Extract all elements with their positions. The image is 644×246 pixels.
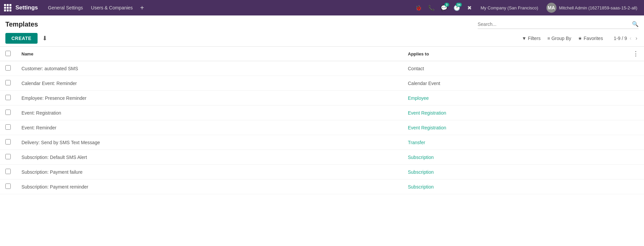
row-applies-8: Subscription [402,179,627,194]
row-menu-0 [627,61,644,76]
row-name-2: Employee: Presence Reminder [16,91,402,106]
filter-group: ▼ Filters ≡ Group By ★ Favorites [519,34,606,42]
row-menu-3 [627,106,644,120]
table-row[interactable]: Calendar Event: Reminder Calendar Event [0,76,644,91]
search-icon[interactable]: 🔍 [632,21,639,27]
table-row[interactable]: Subscription: Default SMS Alert Subscrip… [0,150,644,165]
topnav-icons: 🐞 📞 💬 3 🕐 34 ✖ [413,2,475,13]
user-name-label: Mitchell Admin (16271859-saas-15-2-all) [559,5,637,10]
chat-icon-button[interactable]: 💬 3 [438,2,450,13]
row-applies-2: Employee [402,91,627,106]
row-checkbox-3[interactable] [5,110,11,115]
pagination-prev[interactable]: ‹ [628,35,633,42]
chat-badge: 3 [444,3,449,7]
row-applies-5: Transfer [402,135,627,150]
row-checkbox-6[interactable] [5,154,11,159]
wrench-icon: ✖ [467,5,472,11]
row-checkbox-cell [0,120,16,135]
groupby-button[interactable]: ≡ Group By [545,34,574,42]
clock-icon-button[interactable]: 🕐 34 [451,2,463,13]
row-checkbox-cell [0,165,16,179]
row-applies-6: Subscription [402,150,627,165]
pagination-range: 1-9 / 9 [614,36,627,41]
table-row[interactable]: Delivery: Send by SMS Text Message Trans… [0,135,644,150]
table-row[interactable]: Event: Reminder Event Registration [0,120,644,135]
table-row[interactable]: Employee: Presence Reminder Employee [0,91,644,106]
name-header: Name [16,47,402,61]
wrench-icon-button[interactable]: ✖ [464,2,475,13]
row-checkbox-7[interactable] [5,169,11,174]
row-name-1: Calendar Event: Reminder [16,76,402,91]
row-checkbox-8[interactable] [5,183,11,189]
filter-icon: ▼ [522,36,527,41]
row-name-0: Customer: automated SMS [16,61,402,76]
topnav: Settings General Settings Users & Compan… [0,0,644,15]
row-checkbox-cell [0,61,16,76]
bug-icon: 🐞 [415,5,422,11]
row-menu-4 [627,120,644,135]
row-checkbox-cell [0,91,16,106]
row-name-3: Event: Registration [16,106,402,120]
row-name-4: Event: Reminder [16,120,402,135]
clock-badge: 34 [456,3,462,7]
favorites-button[interactable]: ★ Favorites [575,34,606,42]
app-grid-icon[interactable] [4,4,11,11]
filters-button[interactable]: ▼ Filters [519,34,543,42]
row-menu-7 [627,165,644,179]
row-menu-8 [627,179,644,194]
groupby-icon: ≡ [547,36,550,41]
bug-icon-button[interactable]: 🐞 [413,2,424,13]
general-settings-link[interactable]: General Settings [45,4,86,12]
search-input[interactable] [478,22,632,27]
groupby-label: Group By [551,36,571,41]
avatar-initials: MA [548,5,555,10]
table-row[interactable]: Subscription: Payment failure Subscripti… [0,165,644,179]
templates-table-container: Name Applies to ⋮ Customer: automated SM… [0,46,644,194]
subtoolbar: CREATE ⬇ ▼ Filters ≡ Group By ★ Favorite… [0,32,644,46]
applies-to-header: Applies to [402,47,627,61]
table-row[interactable]: Subscription: Payment reminder Subscript… [0,179,644,194]
phone-icon: 📞 [428,5,435,11]
row-name-7: Subscription: Payment failure [16,165,402,179]
row-checkbox-0[interactable] [5,65,11,71]
user-menu[interactable]: MA Mitchell Admin (16271859-saas-15-2-al… [544,1,640,14]
create-button[interactable]: CREATE [5,33,38,44]
company-label: My Company (San Francisco) [477,4,542,12]
row-applies-4: Event Registration [402,120,627,135]
users-companies-link[interactable]: Users & Companies [88,4,136,12]
row-menu-2 [627,91,644,106]
row-menu-5 [627,135,644,150]
table-row[interactable]: Event: Registration Event Registration [0,106,644,120]
table-body: Customer: automated SMS Contact Calendar… [0,61,644,194]
pagination-next[interactable]: › [634,35,639,42]
templates-table: Name Applies to ⋮ Customer: automated SM… [0,47,644,194]
page-title: Templates [5,20,474,28]
row-name-5: Delivery: Send by SMS Text Message [16,135,402,150]
header-kebab-icon[interactable]: ⋮ [633,50,639,57]
brand-label: Settings [15,4,38,11]
filters-label: Filters [528,36,541,41]
menu-header: ⋮ [627,47,644,61]
row-applies-0: Contact [402,61,627,76]
row-checkbox-cell [0,106,16,120]
select-all-header [0,47,16,61]
row-checkbox-cell [0,135,16,150]
row-applies-1: Calendar Event [402,76,627,91]
row-applies-3: Event Registration [402,106,627,120]
search-area: 🔍 [478,19,639,29]
row-checkbox-1[interactable] [5,80,11,85]
phone-icon-button[interactable]: 📞 [426,2,437,13]
row-checkbox-2[interactable] [5,95,11,100]
select-all-checkbox[interactable] [5,51,11,56]
toolbar: Templates 🔍 [0,15,644,32]
table-row[interactable]: Customer: automated SMS Contact [0,61,644,76]
row-menu-1 [627,76,644,91]
row-checkbox-4[interactable] [5,124,11,130]
row-name-6: Subscription: Default SMS Alert [16,150,402,165]
add-menu-button[interactable]: + [138,3,147,12]
pagination: 1-9 / 9 ‹ › [614,35,639,42]
import-icon[interactable]: ⬇ [40,33,49,43]
row-checkbox-cell [0,76,16,91]
row-checkbox-cell [0,179,16,194]
row-checkbox-5[interactable] [5,139,11,145]
